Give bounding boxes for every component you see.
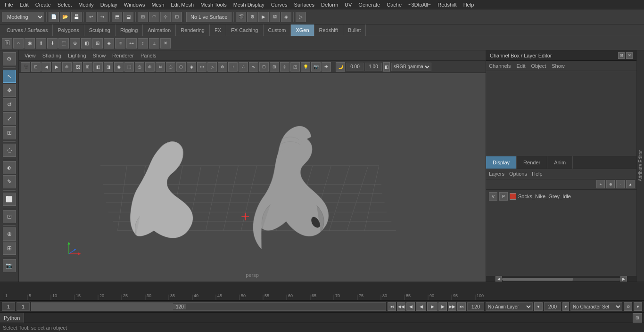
vp-grid-toggle-btn[interactable]: ⊞ <box>83 62 92 72</box>
menu-3dtall[interactable]: ~3DtoAll~ <box>405 1 434 8</box>
vp-menu-shading[interactable]: Shading <box>40 52 64 59</box>
current-frame-input[interactable]: 1 <box>17 302 30 311</box>
rotate-tool-btn[interactable]: ↺ <box>3 98 16 111</box>
vp-menu-view[interactable]: View <box>22 52 39 59</box>
display-tab-render[interactable]: Render <box>517 156 547 169</box>
vp-image-plane-btn[interactable]: 🖼 <box>73 62 82 72</box>
layer-move-up-btn[interactable]: ▲ <box>626 180 635 188</box>
marquee-select-btn[interactable]: ⬜ <box>3 193 16 206</box>
char-set-options-btn[interactable]: ▼ <box>634 302 642 311</box>
tab-fx-caching[interactable]: FX Caching <box>226 24 263 36</box>
xgen-tool-11[interactable]: ≋ <box>115 38 125 49</box>
layer-opt-layers[interactable]: Layers <box>489 171 504 177</box>
timeline-max-frame[interactable] <box>173 304 186 309</box>
soft-select-btn[interactable]: ◌ <box>3 144 16 157</box>
vp-rotate-x[interactable]: 0.00 <box>347 63 363 71</box>
viewport-render-btn[interactable]: 🖥 <box>270 12 280 22</box>
layer-scrollbar[interactable]: ◀ ▶ <box>486 276 636 282</box>
vp-wireframe-btn[interactable]: ⬚ <box>124 62 134 72</box>
tab-xgen[interactable]: XGen <box>291 24 314 36</box>
xgen-tool-15[interactable]: ✕ <box>160 38 171 49</box>
xgen-tool-4[interactable]: ⬆ <box>36 38 46 49</box>
transform-constraint-btn[interactable]: ⊕ <box>3 227 16 241</box>
scale-tool-btn[interactable]: ⤢ <box>3 112 16 125</box>
undo-btn[interactable]: ↩ <box>86 12 96 22</box>
start-frame-input[interactable]: 1 <box>2 302 15 311</box>
menu-create[interactable]: Create <box>33 1 54 8</box>
vp-deformation-btn[interactable]: ≋ <box>156 62 165 72</box>
menu-select[interactable]: Select <box>55 1 75 8</box>
vp-subdiv-btn[interactable]: ◈ <box>187 62 196 72</box>
live-surface-btn[interactable]: No Live Surface <box>186 12 231 22</box>
step-back-btn[interactable]: ◀◀ <box>397 302 405 311</box>
vp-animation-btn[interactable]: ▷ <box>207 62 217 72</box>
play-forward-btn[interactable]: ▶ <box>427 302 438 311</box>
vp-next-view-btn[interactable]: ▶ <box>52 62 61 72</box>
vp-xray-btn[interactable]: ◷ <box>135 62 144 72</box>
menu-mesh-display[interactable]: Mesh Display <box>231 1 267 8</box>
vp-pivots-btn[interactable]: ⊹ <box>280 62 289 72</box>
new-scene-btn[interactable]: 📄 <box>49 12 59 22</box>
playback-end-input[interactable]: 120 <box>467 302 484 311</box>
scroll-track[interactable] <box>502 278 620 281</box>
vp-nconstraints-btn[interactable]: ⊞ <box>270 62 279 72</box>
universal-manip-btn[interactable]: ⊞ <box>3 126 16 139</box>
select-tool-btn[interactable]: ↖ <box>3 70 16 83</box>
menu-surfaces[interactable]: Surfaces <box>291 1 317 8</box>
vp-menu-show[interactable]: Show <box>90 52 109 59</box>
channel-tab-object[interactable]: Object <box>531 62 546 70</box>
vp-menu-lighting[interactable]: Lighting <box>65 52 89 59</box>
viewport-canvas[interactable]: persp <box>19 73 486 282</box>
display-tab-anim[interactable]: Anim <box>547 156 573 169</box>
ipr-btn[interactable]: ▶ <box>258 12 269 22</box>
vp-hair-btn[interactable]: ∿ <box>249 62 258 72</box>
tab-redshift[interactable]: Redshift <box>314 24 343 36</box>
select-by-component-btn[interactable]: ⬓ <box>123 12 133 22</box>
vp-field-chart-btn[interactable]: ◉ <box>114 62 124 72</box>
xgen-tool-3[interactable]: ◉ <box>25 38 35 49</box>
vp-lights-btn[interactable]: 💡 <box>301 62 310 72</box>
paint-select-btn[interactable]: ✎ <box>3 175 16 188</box>
menu-mesh-tools[interactable]: Mesh Tools <box>198 1 229 8</box>
python-submit-btn[interactable]: ⊞ <box>633 313 642 323</box>
layer-opt-help[interactable]: Help <box>532 171 543 177</box>
anim-layer-dropdown[interactable]: No Anim Layer <box>486 302 533 311</box>
tab-curves-surfaces[interactable]: Curves / Surfaces <box>2 24 53 36</box>
settings-btn[interactable]: ⚙ <box>3 52 16 65</box>
tab-rigging[interactable]: Rigging <box>116 24 143 36</box>
xgen-tool-5[interactable]: ⬇ <box>47 38 58 49</box>
menu-windows[interactable]: Windows <box>121 1 148 8</box>
snap-view-btn[interactable]: ⊡ <box>172 12 182 22</box>
tab-bullet[interactable]: Bullet <box>343 24 366 36</box>
vp-color-space-btn[interactable]: ◧ <box>383 62 390 72</box>
menu-generate[interactable]: Generate <box>355 1 383 8</box>
xgen-tool-10[interactable]: ◈ <box>104 38 114 49</box>
playback-end-dropdown-btn[interactable]: ▼ <box>562 302 569 311</box>
tab-animation[interactable]: Animation <box>143 24 176 36</box>
menu-deform[interactable]: Deform <box>318 1 341 8</box>
vp-ncloths-btn[interactable]: ⊡ <box>259 62 269 72</box>
panel-float-btn[interactable]: ⊡ <box>618 52 625 59</box>
tab-fx[interactable]: FX <box>210 24 226 36</box>
menu-cache[interactable]: Cache <box>384 1 405 8</box>
move-tool-btn[interactable]: ✥ <box>3 84 16 97</box>
xgen-tool-1[interactable]: 🅇 <box>2 38 12 49</box>
hypershade-btn[interactable]: ◈ <box>281 12 291 22</box>
layer-row-socks[interactable]: V P Socks_Nike_Grey_Idle <box>487 191 636 202</box>
camera-tool-btn[interactable]: 📷 <box>3 259 16 272</box>
render-current-btn[interactable]: 🎬 <box>236 12 246 22</box>
mode-dropdown[interactable]: Modeling <box>2 12 44 22</box>
play-reverse-btn[interactable]: ◀ <box>416 302 426 311</box>
menu-mesh[interactable]: Mesh <box>149 1 167 8</box>
channel-tab-edit[interactable]: Edit <box>516 62 525 70</box>
vp-isolate-btn[interactable]: ⊕ <box>145 62 155 72</box>
vp-bookmark-btn[interactable]: ⊡ <box>31 62 41 72</box>
layer-color-swatch[interactable] <box>510 193 516 200</box>
xgen-tool-12[interactable]: ⊶ <box>126 38 137 49</box>
go-to-start-btn[interactable]: ⏮ <box>388 302 396 311</box>
python-label[interactable]: Python <box>0 313 24 323</box>
vp-exposure-btn[interactable]: 🌙 <box>336 62 345 72</box>
layer-create-from-sel-btn[interactable]: ⊕ <box>606 180 615 188</box>
layer-create-empty-btn[interactable]: + <box>596 180 605 188</box>
vp-menu-panels[interactable]: Panels <box>138 52 159 59</box>
